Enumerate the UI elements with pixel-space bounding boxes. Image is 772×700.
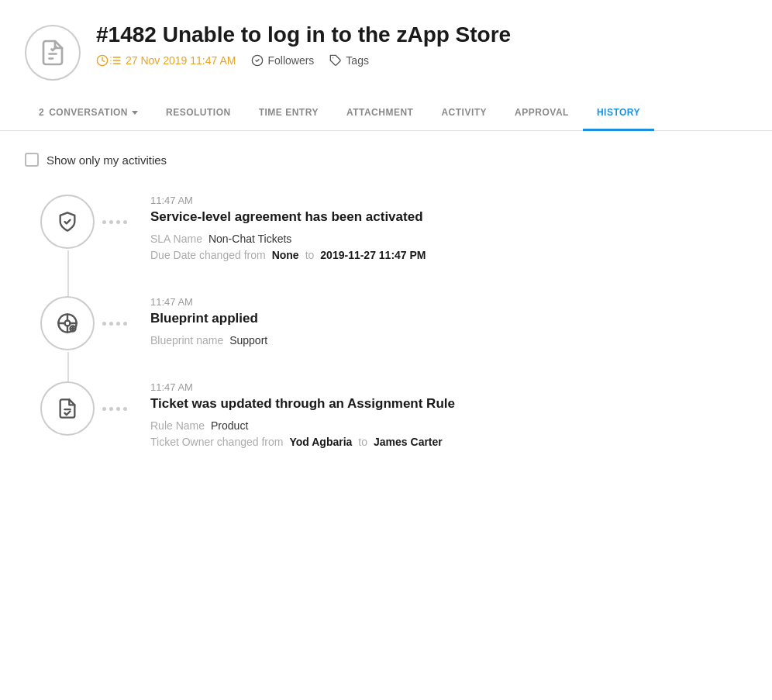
blueprint-body: 11:47 AM Blueprint applied Blueprint nam… bbox=[150, 296, 747, 350]
sla-name-label: SLA Name bbox=[150, 233, 202, 245]
blueprint-title: Blueprint applied bbox=[150, 311, 747, 326]
tabs-bar: 2 CONVERSATION RESOLUTION TIME ENTRY ATT… bbox=[0, 96, 772, 131]
timeline-dots-sla bbox=[102, 220, 127, 224]
timeline-dots-assignment bbox=[102, 407, 127, 411]
owner-from: Yod Agbaria bbox=[289, 436, 352, 448]
timeline-left-assignment bbox=[40, 381, 135, 436]
ticket-meta: 27 Nov 2019 11:47 AM Followers Tags bbox=[96, 54, 747, 67]
list-icon bbox=[109, 54, 122, 67]
page-header: #1482 Unable to log in to the zApp Store… bbox=[0, 0, 772, 96]
followers-icon bbox=[251, 54, 264, 67]
owner-to-word: to bbox=[358, 436, 367, 448]
tags-icon bbox=[329, 54, 342, 67]
ticket-date-value: 27 Nov 2019 11:47 AM bbox=[126, 54, 236, 67]
chevron-down-icon bbox=[132, 111, 138, 115]
ticket-icon-wrapper bbox=[25, 25, 81, 81]
ticket-date[interactable]: 27 Nov 2019 11:47 AM bbox=[96, 54, 236, 67]
assignment-detail-owner: Ticket Owner changed from Yod Agbaria to… bbox=[150, 436, 747, 448]
timeline-line bbox=[67, 250, 69, 296]
tab-history[interactable]: HISTORY bbox=[583, 96, 654, 131]
timeline-item-sla: 11:47 AM Service-level agreement has bee… bbox=[40, 195, 747, 296]
sla-date-to-word: to bbox=[305, 249, 315, 261]
shield-check-icon bbox=[57, 211, 78, 233]
tab-label-conversation: CONVERSATION bbox=[49, 107, 138, 118]
tab-time-entry[interactable]: TIME ENTRY bbox=[245, 96, 333, 131]
assignment-icon bbox=[57, 398, 78, 419]
clock-icon bbox=[96, 54, 109, 67]
rule-name-value: Product bbox=[211, 419, 248, 432]
assignment-detail-rule: Rule Name Product bbox=[150, 419, 747, 432]
dot bbox=[116, 220, 120, 224]
timeline-left-sla bbox=[40, 195, 135, 249]
content-area: Show only my activities bbox=[0, 131, 772, 474]
timeline-item-assignment: 11:47 AM Ticket was updated through an A… bbox=[40, 381, 747, 452]
blueprint-detail-name: Blueprint name Support bbox=[150, 334, 747, 347]
assignment-body: 11:47 AM Ticket was updated through an A… bbox=[150, 381, 747, 452]
owner-change-label: Ticket Owner changed from bbox=[150, 436, 283, 448]
sla-name-value: Non-Chat Tickets bbox=[209, 233, 291, 245]
ticket-subject: Unable to log in to the zApp Store bbox=[163, 22, 512, 47]
tab-conversation[interactable]: 2 CONVERSATION bbox=[25, 96, 152, 131]
dot bbox=[109, 220, 113, 224]
dot bbox=[116, 322, 120, 326]
dot bbox=[123, 407, 127, 411]
sla-detail-date: Due Date changed from None to 2019-11-27… bbox=[150, 249, 747, 261]
sla-title: Service-level agreement has been activat… bbox=[150, 209, 747, 225]
rule-name-label: Rule Name bbox=[150, 419, 205, 432]
dot bbox=[102, 220, 106, 224]
dot bbox=[109, 322, 113, 326]
tab-activity[interactable]: ACTIVITY bbox=[427, 96, 501, 131]
tags-button[interactable]: Tags bbox=[329, 54, 369, 67]
dot bbox=[102, 322, 106, 326]
tab-count-conversation: 2 bbox=[39, 107, 44, 118]
sla-date-from: None bbox=[272, 249, 299, 261]
timeline-dots-blueprint bbox=[102, 322, 127, 326]
dot bbox=[102, 407, 106, 411]
ticket-id: #1482 bbox=[96, 22, 157, 47]
blueprint-circle bbox=[40, 296, 95, 350]
sla-date-label: Due Date changed from bbox=[150, 249, 266, 261]
filter-row: Show only my activities bbox=[25, 153, 747, 167]
blueprint-time: 11:47 AM bbox=[150, 296, 747, 308]
sla-detail-name: SLA Name Non-Chat Tickets bbox=[150, 233, 747, 245]
sla-date-to: 2019-11-27 11:47 PM bbox=[320, 249, 426, 261]
assignment-title: Ticket was updated through an Assignment… bbox=[150, 396, 747, 412]
dot bbox=[123, 220, 127, 224]
assignment-time: 11:47 AM bbox=[150, 381, 747, 393]
dot bbox=[109, 407, 113, 411]
timeline-item-blueprint: 11:47 AM Blueprint applied Blueprint nam… bbox=[40, 296, 747, 381]
sla-body: 11:47 AM Service-level agreement has bee… bbox=[150, 195, 747, 265]
tags-label: Tags bbox=[346, 54, 369, 67]
ticket-title: #1482 Unable to log in to the zApp Store bbox=[96, 22, 747, 48]
header-text: #1482 Unable to log in to the zApp Store… bbox=[96, 22, 747, 67]
timeline-line bbox=[67, 352, 69, 381]
followers-button[interactable]: Followers bbox=[251, 54, 314, 67]
timeline-left-blueprint bbox=[40, 296, 135, 350]
owner-to: James Carter bbox=[374, 436, 443, 448]
tab-attachment[interactable]: ATTACHMENT bbox=[333, 96, 428, 131]
filter-label: Show only my activities bbox=[47, 153, 167, 167]
dot bbox=[116, 407, 120, 411]
ticket-icon bbox=[39, 39, 67, 67]
assignment-circle bbox=[40, 381, 95, 436]
blueprint-icon bbox=[57, 312, 78, 334]
timeline: 11:47 AM Service-level agreement has bee… bbox=[25, 195, 747, 452]
followers-label: Followers bbox=[267, 54, 314, 67]
tab-resolution[interactable]: RESOLUTION bbox=[152, 96, 245, 131]
dot bbox=[123, 322, 127, 326]
show-my-activities-checkbox[interactable] bbox=[25, 153, 39, 167]
sla-time: 11:47 AM bbox=[150, 195, 747, 206]
tab-approval[interactable]: APPROVAL bbox=[501, 96, 583, 131]
blueprint-name-value: Support bbox=[229, 334, 267, 347]
blueprint-name-label: Blueprint name bbox=[150, 334, 223, 347]
sla-circle bbox=[40, 195, 95, 249]
